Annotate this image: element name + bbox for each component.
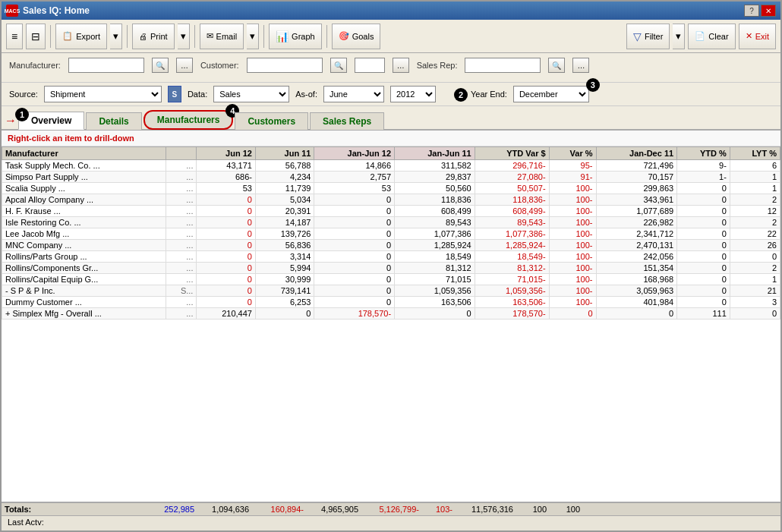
table-row[interactable]: Isle Restoring Co. ... ... 0 14,187 0 89… (2, 217, 780, 228)
total-ytd-pct: 100 (516, 505, 550, 514)
sep2 (127, 25, 128, 48)
cell-dots[interactable]: ... (166, 160, 197, 172)
cell-jun12: 0 (197, 240, 256, 251)
cell-dots[interactable]: ... (166, 263, 197, 274)
cell-jun11: 739,141 (255, 285, 314, 297)
print-dropdown[interactable]: ▾ (178, 24, 190, 49)
exit-button[interactable]: ✕ Exit (739, 24, 776, 49)
cell-dots[interactable]: ... (166, 308, 197, 320)
cell-dots[interactable]: S... (166, 285, 197, 297)
help-button[interactable]: ? (744, 5, 759, 17)
tab-sales-reps[interactable]: Sales Reps (310, 112, 384, 130)
tab-manufacturers[interactable]: Manufacturers 4 (143, 110, 234, 130)
cell-dots[interactable]: ... (166, 297, 197, 308)
cell-ytd-pct: 1- (677, 172, 730, 183)
print-button[interactable]: 🖨 Print (132, 24, 175, 49)
sales-rep-search-btn[interactable]: 🔍 (548, 58, 565, 73)
cell-janjun12: 0 (314, 251, 395, 263)
cell-lyt-pct: 0 (730, 308, 780, 320)
cell-ytd-var: 1,285,924- (475, 240, 549, 251)
menu-btn-1[interactable]: ≡ (6, 24, 23, 49)
cell-janjun12: 14,866 (314, 160, 395, 172)
cell-var-pct: 100- (549, 206, 596, 217)
goals-button[interactable]: 🎯 Goals (332, 24, 381, 49)
yearend-select[interactable]: DecemberJanuaryFebruaryMarchAprilMayJune… (513, 86, 589, 102)
cell-lyt-pct: 0 (730, 251, 780, 263)
source-label: Source: (9, 90, 38, 99)
cell-name: Rollins/Parts Group ... (2, 251, 166, 263)
table-row[interactable]: Scalia Supply ... ... 53 11,739 53 50,56… (2, 183, 780, 194)
table-row[interactable]: Task Supply Mech. Co. ... ... 43,171 56,… (2, 160, 780, 172)
cell-jan-dec: 401,984 (596, 297, 677, 308)
asof-select[interactable]: JuneJanuaryFebruaryMarchAprilMayJulyAugu… (323, 86, 384, 102)
cell-dots[interactable]: ... (166, 217, 197, 228)
col-jun11: Jun 11 (255, 147, 314, 160)
graph-button[interactable]: 📊 Graph (269, 24, 322, 49)
cell-dots[interactable]: ... (166, 274, 197, 285)
customer-browse-btn[interactable]: … (393, 58, 409, 73)
manufacturer-browse-btn[interactable]: … (176, 58, 193, 73)
table-row[interactable]: MNC Company ... ... 0 56,836 0 1,285,924… (2, 240, 780, 251)
table-row[interactable]: Dummy Customer ... ... 0 6,253 0 163,506… (2, 297, 780, 308)
cell-dots[interactable]: ... (166, 240, 197, 251)
cell-name: + Simplex Mfg - Overall ... (2, 308, 166, 320)
table-row[interactable]: - S P & P Inc. S... 0 739,141 0 1,059,35… (2, 285, 780, 297)
cell-dots[interactable]: ... (166, 251, 197, 263)
cell-dots[interactable]: ... (166, 228, 197, 240)
export-button[interactable]: 📋 Export (55, 24, 107, 49)
cell-var-pct: 95- (549, 160, 596, 172)
sales-rep-browse-btn[interactable]: … (572, 58, 589, 73)
filter-button[interactable]: ▽ Filter (626, 24, 670, 49)
tab-customers[interactable]: Customers (235, 112, 308, 130)
cell-dots[interactable]: ... (166, 183, 197, 194)
filter-dropdown[interactable]: ▾ (673, 24, 685, 49)
cell-ytd-var: 178,570- (475, 308, 549, 320)
manufacturers-table: Manufacturer Jun 12 Jun 11 Jan-Jun 12 Ja… (2, 146, 780, 320)
cell-jun11: 14,187 (255, 217, 314, 228)
table-row[interactable]: H. F. Krause ... ... 0 20,391 0 608,499 … (2, 206, 780, 217)
cell-ytd-pct: 0 (677, 297, 730, 308)
main-window: MACS Sales IQ: Home ? ✕ ≡ ⊟ 📋 Export ▾ 🖨… (0, 0, 782, 532)
clear-button[interactable]: 📄 Clear (688, 24, 735, 49)
cell-jun12: 0 (197, 206, 256, 217)
col-ytd-var: YTD Var $ (475, 147, 549, 160)
table-row[interactable]: + Simplex Mfg - Overall ... ... 210,447 … (2, 308, 780, 320)
cell-dots[interactable]: ... (166, 206, 197, 217)
cell-janjun11: 608,499 (395, 206, 475, 217)
customer-search-btn[interactable]: 🔍 (330, 58, 347, 73)
table-row[interactable]: Rollins/Parts Group ... ... 0 3,314 0 18… (2, 251, 780, 263)
manufacturer-input[interactable] (68, 58, 144, 73)
customer-code-input[interactable] (355, 58, 385, 73)
table-row[interactable]: Simpso Part Supply ... ... 686- 4,234 2,… (2, 172, 780, 183)
table-row[interactable]: Rollins/Capital Equip G... ... 0 30,999 … (2, 274, 780, 285)
close-button[interactable]: ✕ (761, 5, 776, 17)
cell-janjun11: 1,285,924 (395, 240, 475, 251)
tab-customers-label: Customers (248, 116, 295, 127)
table-row[interactable]: Rollins/Components Gr... ... 0 5,994 0 8… (2, 263, 780, 274)
cell-jun12: 0 (197, 274, 256, 285)
goals-label: Goals (352, 32, 374, 41)
manufacturer-search-btn[interactable]: 🔍 (152, 58, 169, 73)
year-select[interactable]: 2012201020112013 (390, 86, 436, 102)
menu-btn-2[interactable]: ⊟ (26, 24, 46, 49)
table-row[interactable]: Apcal Alloy Company ... ... 0 5,034 0 11… (2, 194, 780, 206)
cell-jun11: 5,034 (255, 194, 314, 206)
tab-details[interactable]: Details (86, 112, 141, 130)
cell-lyt-pct: 26 (730, 240, 780, 251)
email-button[interactable]: ✉ Email (200, 24, 244, 49)
status-bar: Last Actv: (2, 515, 780, 530)
source-select[interactable]: Shipment Order Invoice (44, 86, 162, 102)
table-row[interactable]: Lee Jacob Mfg ... ... 0 139,726 0 1,077,… (2, 228, 780, 240)
cell-name: Dummy Customer ... (2, 297, 166, 308)
s-button[interactable]: S (168, 86, 181, 102)
badge-1: 1 (15, 108, 29, 121)
cell-name: Rollins/Capital Equip G... (2, 274, 166, 285)
sales-rep-input[interactable] (465, 58, 541, 73)
email-dropdown[interactable]: ▾ (247, 24, 259, 49)
customer-input[interactable] (247, 58, 323, 73)
data-select[interactable]: Sales Margin Units (213, 86, 289, 102)
cell-name: MNC Company ... (2, 240, 166, 251)
export-dropdown[interactable]: ▾ (110, 24, 122, 49)
cell-dots[interactable]: ... (166, 172, 197, 183)
cell-dots[interactable]: ... (166, 194, 197, 206)
